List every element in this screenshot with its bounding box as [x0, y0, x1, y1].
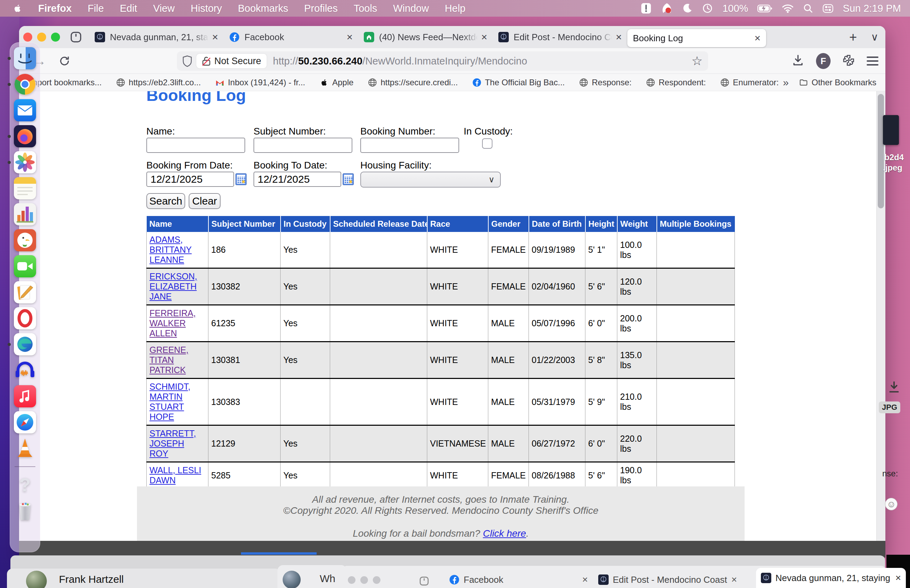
time-machine-icon[interactable]	[702, 3, 713, 14]
close-tab-icon[interactable]: ×	[481, 31, 487, 43]
bookmark-response[interactable]: Response:	[579, 78, 632, 87]
dock-icon-music[interactable]	[14, 385, 36, 407]
inmate-link-erickson-elizabeth-jane[interactable]: ERICKSON, ELIZABETH JANE	[149, 271, 197, 301]
close-tab-icon[interactable]: ×	[754, 32, 761, 44]
inmate-link-ferreira-walker-allen[interactable]: FERREIRA, WALKER ALLEN	[149, 308, 196, 338]
search-button[interactable]: Search	[146, 193, 185, 209]
tab-edit-post-mendocino-coa[interactable]: Edit Post - Mendocino Coa×	[493, 26, 627, 48]
dock-icon-photos[interactable]	[14, 151, 36, 173]
download-arrow-icon[interactable]	[888, 381, 900, 394]
close-tab-icon[interactable]: ×	[346, 31, 353, 43]
dock-icon-edge[interactable]	[14, 333, 36, 355]
downloads-icon[interactable]	[792, 54, 804, 68]
dock-icon-vlc[interactable]	[14, 437, 36, 459]
booking-number-input[interactable]	[360, 137, 459, 153]
bookmark-apple[interactable]: Apple	[320, 78, 353, 87]
inmate-link-starrett-joseph-roy[interactable]: STARRETT, JOSEPH ROY	[149, 428, 196, 458]
menu-profiles[interactable]: Profiles	[304, 3, 338, 14]
bookmark-star-icon[interactable]: ☆	[692, 54, 703, 68]
menu-file[interactable]: File	[88, 3, 104, 14]
file-thumbnail[interactable]	[883, 115, 899, 145]
tab-overview-icon[interactable]	[69, 30, 83, 44]
menu-history[interactable]: History	[191, 3, 222, 14]
clear-button[interactable]: Clear	[189, 193, 221, 209]
dock-icon-finder[interactable]	[14, 47, 36, 69]
bookmark-inbox-191-424-fr[interactable]: Inbox (191,424) - fr...	[215, 78, 305, 87]
dock-icon-safari[interactable]	[14, 411, 36, 433]
dock-icon-mail[interactable]	[14, 99, 36, 121]
close-tab-icon[interactable]: ×	[212, 31, 218, 43]
subject-number-input[interactable]	[254, 137, 352, 153]
close-tab-icon[interactable]: ×	[582, 574, 588, 585]
bookmark-the-official-big-bac[interactable]: The Official Big Bac...	[472, 78, 564, 87]
booking-from-date-input[interactable]	[146, 171, 234, 187]
new-tab-button[interactable]: +	[842, 31, 864, 44]
calendar-icon[interactable]	[236, 173, 247, 185]
background-window-frank-hartzell[interactable]: Frank Hartzell	[7, 569, 281, 588]
control-center-icon[interactable]	[823, 3, 833, 14]
bookmarks-overflow-icon[interactable]: »	[783, 77, 789, 89]
profile-avatar[interactable]: F	[816, 53, 831, 69]
moon-icon[interactable]	[682, 3, 693, 13]
scrollbar-thumb[interactable]	[878, 94, 884, 208]
dock-icon-chrome[interactable]	[14, 73, 36, 95]
background-tab-facebook[interactable]: Facebook×	[449, 574, 588, 585]
menu-help[interactable]: Help	[445, 3, 466, 14]
battery-charging-icon[interactable]	[757, 4, 773, 13]
booking-to-date-input[interactable]	[254, 171, 341, 187]
list-all-tabs-icon[interactable]: ∨	[864, 32, 886, 42]
url-bar[interactable]: Not Secure http://50.230.66.240/NewWorld…	[177, 51, 708, 71]
minimize-window-button[interactable]	[37, 32, 46, 42]
search-icon[interactable]	[803, 3, 813, 13]
reload-button[interactable]	[58, 55, 70, 67]
background-active-tab[interactable]: Nevada gunman, 21, staying at N×	[756, 568, 906, 588]
dock-icon-numbers[interactable]	[14, 203, 36, 225]
tab-booking-log[interactable]: Booking Log×	[627, 29, 766, 47]
close-tab-icon[interactable]: ×	[731, 574, 737, 585]
inmate-link-wall-lesli-dawn[interactable]: WALL, LESLI DAWN	[149, 465, 201, 485]
menu-firefox[interactable]: Firefox	[38, 3, 72, 14]
bookmark-respondent[interactable]: Respondent:	[646, 78, 706, 87]
alert-badge-icon[interactable]	[640, 3, 651, 14]
menu-bar-clock[interactable]: Sun 2:19 PM	[843, 3, 901, 14]
bookmark-https-secure-credi[interactable]: https://secure.credi...	[368, 78, 458, 87]
zoom-window-button[interactable]	[51, 32, 60, 42]
dock-icon-facetime[interactable]	[14, 255, 36, 277]
tab-nevada-gunman-21-stayin[interactable]: Nevada gunman, 21, stayin×	[89, 26, 224, 48]
menu-bookmarks[interactable]: Bookmarks	[238, 3, 288, 14]
housing-facility-select[interactable]: ∨	[360, 171, 501, 187]
dock-icon-opera[interactable]	[14, 307, 36, 330]
dock-icon-trash[interactable]	[14, 500, 36, 522]
not-secure-badge[interactable]: Not Secure	[196, 54, 267, 68]
background-tab-edit-post-mendocino-coast-n[interactable]: Edit Post - Mendocino Coast .N×	[598, 574, 737, 585]
dock-icon-firefox[interactable]	[14, 125, 36, 147]
menu-tools[interactable]: Tools	[354, 3, 377, 14]
smiley-icon[interactable]: ☺	[885, 498, 897, 510]
tab-overview-icon[interactable]	[419, 575, 430, 588]
tab-40-news-feed-nextdoor[interactable]: (40) News Feed—Nextdoor×	[358, 26, 493, 48]
inmate-link-adams-brittany-leanne[interactable]: ADAMS, BRITTANY LEANNE	[149, 235, 192, 265]
dock-icon-audacity[interactable]	[14, 359, 36, 381]
bookmark-https-eb2-3lift-co[interactable]: https://eb2.3lift.co...	[116, 78, 201, 87]
click-here-link[interactable]: Click here	[483, 528, 526, 539]
dock-icon-help-question[interactable]: ?	[14, 474, 36, 496]
inmate-link-schmidt-martin-stuart-hope[interactable]: SCHMIDT, MARTIN STUART HOPE	[149, 382, 191, 422]
app-red-dot-icon[interactable]	[661, 2, 673, 14]
app-menu-icon[interactable]	[866, 57, 878, 66]
dock-icon-duckduckgo[interactable]	[14, 229, 36, 251]
extensions-puzzle-icon[interactable]	[842, 54, 855, 68]
other-bookmarks-folder[interactable]: Other Bookmarks	[799, 78, 876, 87]
inmate-link-greene-titan-patrick[interactable]: GREENE, TITAN PATRICK	[149, 345, 189, 375]
tab-facebook[interactable]: Facebook×	[224, 26, 358, 48]
dock-icon-notes[interactable]	[14, 177, 36, 199]
wifi-icon[interactable]	[782, 4, 794, 13]
name-input[interactable]	[146, 137, 245, 153]
close-tab-icon[interactable]: ×	[895, 572, 901, 583]
menu-edit[interactable]: Edit	[120, 3, 137, 14]
close-window-button[interactable]	[23, 32, 32, 42]
dock-icon-pages[interactable]	[14, 281, 36, 304]
in-custody-checkbox[interactable]	[482, 138, 493, 149]
background-window-fragment[interactable]: Wh	[278, 565, 347, 588]
menu-window[interactable]: Window	[393, 3, 428, 14]
apple-menu-icon[interactable]	[13, 2, 24, 14]
